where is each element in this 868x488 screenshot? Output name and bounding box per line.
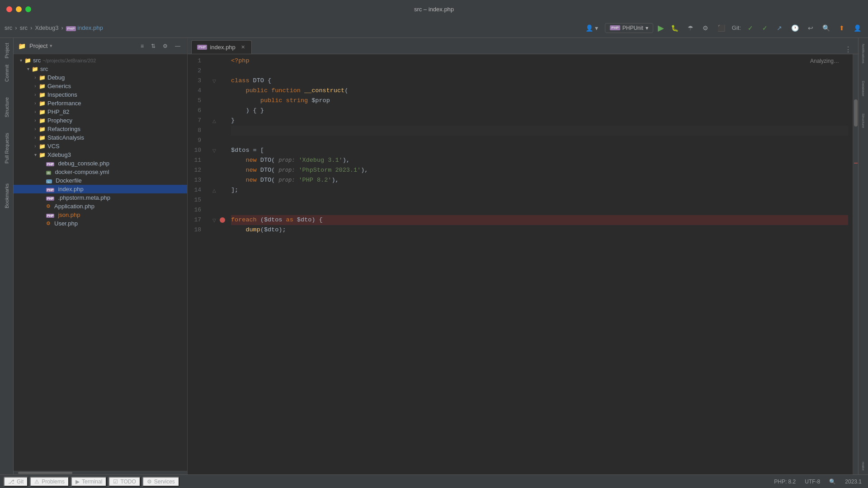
- settings-right-button[interactable]: 👤: [851, 23, 863, 33]
- ide-version[interactable]: 2023.1: [842, 479, 864, 485]
- folder-icon-vcs: 📁: [39, 143, 46, 150]
- tree-item-php82[interactable]: › 📁 PHP_82: [14, 108, 187, 116]
- toolbar-right: 👤 ▾ PHP PHPUnit ▾ ▶ 🐛 ☂ ⚙ ⬛ Git: ✓ ✓ ↗ 🕐…: [583, 23, 863, 33]
- fold-arrow-14[interactable]: △: [210, 185, 218, 195]
- tree-item-root[interactable]: ▾ 📁 src ~/projects/JetBrains/202: [14, 56, 187, 65]
- code-line-3: class DTO {: [231, 76, 848, 86]
- tree-item-generics-label: Generics: [47, 83, 187, 89]
- tree-item-index-php[interactable]: PHP index.php: [14, 185, 187, 193]
- collapse-all-button[interactable]: ≡: [138, 42, 146, 51]
- coverage-button[interactable]: ☂: [685, 23, 696, 33]
- settings-panel-button[interactable]: ⚙: [160, 42, 170, 51]
- tree-item-debug[interactable]: › 📁 Debug: [14, 73, 187, 82]
- bp-5: [218, 96, 226, 106]
- bp-1: [218, 56, 226, 66]
- git-statusbar-button[interactable]: ⎇ Git: [4, 477, 28, 487]
- php-version[interactable]: PHP: 8.2: [771, 479, 798, 485]
- tree-item-vcs[interactable]: › 📁 VCS: [14, 142, 187, 150]
- breadcrumb-part-4[interactable]: PHPindex.php: [66, 24, 103, 31]
- sidebar-tab-make[interactable]: make: [860, 458, 866, 474]
- tree-item-dockerfile[interactable]: 🐳 Dockerfile: [14, 176, 187, 185]
- rollback-button[interactable]: ↩: [806, 23, 816, 33]
- tree-item-src[interactable]: ▾ 📁 src: [14, 65, 187, 73]
- tree-item-debug-console[interactable]: PHP debug_console.php: [14, 159, 187, 168]
- statusbar: ⎇ Git ⚠ Problems ▶ Terminal ☑ TODO ⚙ Ser…: [0, 474, 868, 488]
- services-icon: ⚙: [147, 479, 152, 485]
- editor-scrollbar[interactable]: [853, 54, 858, 474]
- todo-button[interactable]: ☑ TODO: [108, 477, 140, 487]
- file-icon-index-php: PHP: [46, 187, 54, 192]
- git-push-button[interactable]: ↗: [774, 23, 784, 33]
- run-button[interactable]: ▶: [658, 23, 664, 33]
- sort-button[interactable]: ⇅: [149, 42, 158, 51]
- run-config-button[interactable]: PHP PHPUnit ▾: [605, 23, 653, 33]
- breadcrumb-part-3[interactable]: Xdebug3: [35, 24, 58, 31]
- code-line-5: public string $prop: [231, 96, 848, 106]
- terminal-button[interactable]: ▶ Terminal: [71, 477, 107, 487]
- sidebar-tab-structure-right[interactable]: Structure: [860, 110, 866, 131]
- breadcrumb-part-1[interactable]: src: [5, 24, 12, 31]
- fold-arrow-7[interactable]: △: [210, 116, 218, 126]
- git-check2-button[interactable]: ✓: [760, 23, 770, 33]
- tree-item-phpstorm-meta[interactable]: PHP .phpstorm.meta.php: [14, 193, 187, 202]
- bp-17[interactable]: [218, 215, 226, 225]
- fold-arrow-10[interactable]: ▽: [210, 145, 218, 155]
- tree-item-inspections[interactable]: › 📁 Inspections: [14, 90, 187, 99]
- tree-item-debug-console-label: debug_console.php: [58, 160, 187, 167]
- profile-button[interactable]: 👤 ▾: [583, 23, 600, 33]
- sidebar-tab-structure[interactable]: Structure: [3, 94, 11, 120]
- tree-item-docker-compose[interactable]: dc docker-compose.yml: [14, 168, 187, 176]
- code-editor[interactable]: <?php class DTO { public function __cons…: [226, 54, 853, 474]
- git-check-button[interactable]: ✓: [745, 23, 755, 33]
- debug-button[interactable]: 🐛: [669, 23, 681, 33]
- project-panel: 📁 Project ▾ ≡ ⇅ ⚙ — ▾ 📁 src ~/projects/J…: [14, 38, 188, 474]
- services-button[interactable]: ⚙ Services: [142, 477, 179, 487]
- tab-close-button[interactable]: ✕: [240, 44, 246, 50]
- sidebar-tab-bookmarks[interactable]: Bookmarks: [3, 181, 11, 211]
- hide-panel-button[interactable]: —: [173, 42, 183, 51]
- fold-gutter-2: [210, 66, 218, 76]
- history-button[interactable]: 🕐: [789, 23, 801, 33]
- maximize-button[interactable]: [25, 6, 31, 12]
- sidebar-tab-project[interactable]: Project: [3, 40, 11, 61]
- tab-index-php[interactable]: PHP index.php ✕: [191, 40, 252, 54]
- bp-7: [218, 116, 226, 126]
- fold-arrow-3[interactable]: ▽: [210, 76, 218, 86]
- right-sidebar-icons: Notifications Database Structure make: [858, 38, 868, 474]
- tree-item-user-php[interactable]: ⚙ User.php: [14, 219, 187, 228]
- terminal-label: Terminal: [82, 479, 102, 485]
- tree-item-performance[interactable]: › 📁 Performance: [14, 99, 187, 108]
- stop-button[interactable]: ⬛: [715, 23, 727, 33]
- tree-item-generics[interactable]: › 📁 Generics: [14, 82, 187, 90]
- sidebar-tab-commit[interactable]: Commit: [3, 62, 11, 84]
- tree-item-xdebug3[interactable]: ▾ 📁 Xdebug3: [14, 150, 187, 159]
- sidebar-tab-pullrequests[interactable]: Pull Requests: [3, 130, 11, 166]
- minimize-button[interactable]: [16, 6, 22, 12]
- close-button[interactable]: [6, 6, 12, 12]
- search-button[interactable]: 🔍: [820, 23, 832, 33]
- fold-arrow-17[interactable]: ▽: [210, 215, 218, 225]
- sidebar-tab-database[interactable]: Database: [860, 77, 866, 100]
- tree-item-prophecy[interactable]: › 📁 Prophecy: [14, 116, 187, 125]
- tree-scrollbar[interactable]: [14, 471, 187, 474]
- tab-overflow-button[interactable]: ⋮: [842, 45, 854, 54]
- tree-scrollbar-thumb[interactable]: [18, 472, 72, 474]
- folder-icon-root: 📁: [24, 57, 31, 64]
- tree-item-staticanalysis[interactable]: › 📁 StaticAnalysis: [14, 133, 187, 142]
- bp-18: [218, 225, 226, 235]
- line-separator[interactable]: 🔍: [826, 479, 839, 485]
- encoding[interactable]: UTF-8: [802, 479, 823, 485]
- tree-item-application-php[interactable]: ⚙ Application.php: [14, 202, 187, 211]
- code-line-18: dump($dto);: [231, 225, 848, 235]
- update-button[interactable]: ⬆: [837, 23, 847, 33]
- profile-run-button[interactable]: ⚙: [700, 23, 711, 33]
- breadcrumb-part-2[interactable]: src: [20, 24, 28, 31]
- problems-button[interactable]: ⚠ Problems: [30, 477, 69, 487]
- arrow-prophecy: ›: [32, 118, 39, 123]
- tree-item-refactorings[interactable]: › 📁 Refactorings: [14, 125, 187, 133]
- code-line-1: <?php: [231, 56, 848, 66]
- sidebar-tab-notifications[interactable]: Notifications: [860, 40, 866, 67]
- tree-item-json-php[interactable]: PHP json.php: [14, 211, 187, 219]
- scrollbar-thumb[interactable]: [854, 99, 858, 127]
- tree-item-xdebug3-label: Xdebug3: [47, 151, 187, 158]
